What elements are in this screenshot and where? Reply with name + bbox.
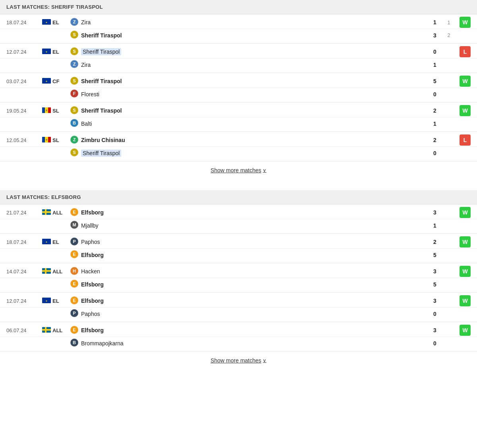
svg-text:B: B: [73, 121, 76, 125]
svg-text:B: B: [73, 340, 76, 345]
team1-name: Elfsborg: [81, 327, 104, 333]
match-competition: ALL: [42, 327, 70, 334]
team2-agg-score: 2: [443, 32, 455, 38]
team1-name: Elfsborg: [81, 209, 104, 216]
team1-score: 2: [427, 137, 443, 143]
svg-rect-18: [42, 107, 45, 113]
match-row-team1: 12.07.24 ✦ EL S Sheriff Tiraspol0L: [0, 44, 477, 58]
flag-icon: ✦: [42, 49, 51, 55]
team1-score: 0: [427, 49, 443, 55]
match-row-team1: 14.07.24 ALL H Hacken3W: [0, 263, 477, 278]
match-row-team2: B Balti1: [0, 117, 477, 132]
team1-logo: S: [70, 106, 79, 116]
section-sheriff: LAST MATCHES: SHERIFF TIRASPOL18.07.24 ✦…: [0, 0, 477, 181]
team1-name: Sheriff Tiraspol: [81, 48, 121, 55]
competition-label: CF: [52, 78, 59, 84]
team2-logo: Z: [70, 60, 79, 70]
team1-score: 5: [427, 78, 443, 84]
team1-name: Elfsborg: [81, 298, 104, 304]
svg-rect-20: [48, 107, 51, 113]
competition-label: EL: [52, 298, 59, 304]
section-header: LAST MATCHES: ELFSBORG: [0, 190, 477, 205]
svg-text:S: S: [73, 78, 76, 83]
match-date: 06.07.24: [6, 327, 42, 333]
show-more-container: Show more matches ∨: [0, 162, 477, 181]
competition-label: ALL: [52, 210, 62, 216]
match-pair: 21.07.24 ALL E Elfsborg3W M Mjallby1: [0, 205, 477, 234]
match-competition: ✦ EL: [42, 49, 70, 55]
flag-icon: ⚜: [42, 137, 51, 144]
team1-score: 2: [427, 239, 443, 245]
competition-label: SL: [52, 137, 59, 143]
match-row-team2: S Sheriff Tiraspol0: [0, 147, 477, 161]
result-badge: W: [460, 17, 471, 28]
svg-text:P: P: [73, 239, 76, 244]
match-pair: 12.07.24 ✦ EL S Sheriff Tiraspol0L Z Zir…: [0, 44, 477, 73]
svg-text:S: S: [73, 49, 76, 54]
match-pair: 06.07.24 ALL E Elfsborg3W B Brommapojkar…: [0, 322, 477, 352]
team2-logo: S: [70, 148, 79, 158]
flag-icon: ✦: [42, 78, 51, 85]
competition-label: SL: [52, 108, 59, 114]
team1-logo: Z: [70, 18, 79, 27]
team2-score: 5: [427, 281, 443, 288]
svg-text:S: S: [73, 108, 76, 113]
team2-logo: P: [70, 309, 79, 319]
team2-score: 0: [427, 311, 443, 317]
team1-logo: H: [70, 267, 79, 277]
match-date: 12.05.24: [6, 137, 42, 143]
team2-score: 1: [427, 62, 443, 68]
team2-info: F Floresti: [70, 89, 427, 99]
team1-score: 1: [427, 19, 443, 25]
match-pair: 12.05.24 ⚜ SL Z Zimbru Chisinau2L S Sher…: [0, 132, 477, 162]
team2-score: 3: [427, 32, 443, 39]
section-header: LAST MATCHES: SHERIFF TIRASPOL: [0, 0, 477, 14]
team1-info: P Paphos: [70, 237, 427, 247]
team2-info: P Paphos: [70, 309, 427, 319]
team2-score: 0: [427, 91, 443, 97]
flag-icon: ✦: [42, 239, 51, 245]
team2-logo: B: [70, 119, 79, 129]
team1-name: Zira: [81, 19, 91, 25]
team2-info: E Elfsborg: [70, 250, 427, 260]
team2-name: Sheriff Tiraspol: [81, 32, 122, 39]
svg-rect-62: [45, 327, 47, 333]
team1-score: 3: [427, 209, 443, 216]
chevron-down-icon: ∨: [263, 168, 266, 173]
team1-logo: E: [70, 208, 79, 218]
competition-label: ALL: [52, 327, 62, 333]
show-more-label: Show more matches: [211, 357, 262, 364]
section-elfsborg: LAST MATCHES: ELFSBORG21.07.24 ALL E Elf…: [0, 190, 477, 371]
competition-label: ALL: [52, 269, 62, 275]
match-competition: ✦ EL: [42, 19, 70, 26]
team2-name: Sheriff Tiraspol: [81, 150, 121, 157]
team2-logo: B: [70, 338, 79, 348]
competition-label: EL: [52, 239, 59, 245]
team2-info: S Sheriff Tiraspol: [70, 30, 427, 40]
result-badge: L: [460, 46, 471, 57]
match-competition: ⚜ SL: [42, 107, 70, 114]
team2-name: Balti: [81, 121, 92, 127]
match-date: 14.07.24: [6, 269, 42, 275]
match-row-team1: 21.07.24 ALL E Elfsborg3W: [0, 205, 477, 219]
match-pair: 18.07.24 ✦ EL P Paphos2W E Elfsborg5: [0, 234, 477, 263]
show-more-button[interactable]: Show more matches ∨: [211, 167, 267, 173]
show-more-button[interactable]: Show more matches ∨: [211, 357, 267, 364]
team1-info: E Elfsborg: [70, 296, 427, 306]
svg-rect-26: [42, 137, 45, 142]
svg-text:E: E: [73, 252, 76, 257]
team1-name: Zimbru Chisinau: [81, 137, 125, 143]
team2-name: Brommapojkarna: [81, 340, 124, 347]
match-row-team2: M Mjallby1: [0, 219, 477, 234]
svg-text:✦: ✦: [45, 300, 48, 302]
svg-text:⚜: ⚜: [45, 138, 48, 141]
svg-rect-28: [48, 137, 51, 142]
team1-info: S Sheriff Tiraspol: [70, 47, 427, 57]
match-pair: 18.07.24 ✦ EL Z Zira11W S Sheriff Tirasp…: [0, 14, 477, 44]
team1-logo: P: [70, 237, 79, 247]
result-badge: W: [460, 105, 471, 116]
team2-logo: F: [70, 89, 79, 99]
match-competition: ALL: [42, 209, 70, 216]
team1-name: Sheriff Tiraspol: [81, 78, 122, 84]
team2-name: Paphos: [81, 311, 100, 317]
